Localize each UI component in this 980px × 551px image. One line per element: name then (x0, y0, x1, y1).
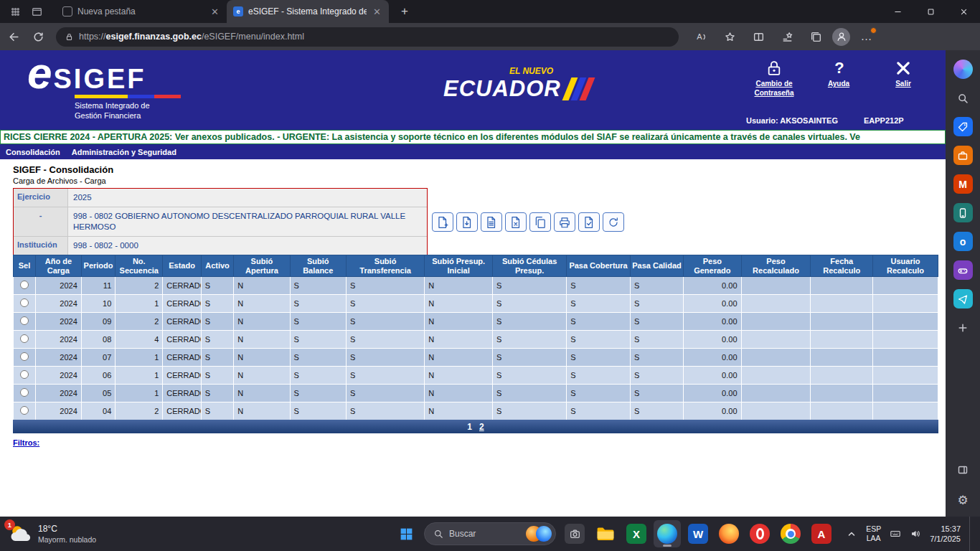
file-cancel-button[interactable] (505, 212, 527, 232)
drop-icon[interactable] (953, 289, 973, 309)
filters-link[interactable]: Filtros: (13, 438, 39, 447)
sidebar-panel-icon[interactable] (953, 460, 973, 479)
outlook-icon[interactable]: o (953, 232, 973, 251)
cell: CERRADO (163, 277, 202, 295)
row-select-radio[interactable] (20, 370, 29, 379)
tab-close-icon[interactable]: ✕ (372, 6, 382, 17)
cell (741, 402, 811, 420)
show-desktop-button[interactable] (969, 517, 973, 551)
row-select-radio[interactable] (20, 316, 29, 325)
split-screen-icon[interactable] (748, 26, 769, 47)
row-select-radio[interactable] (20, 298, 29, 307)
cell: S (201, 313, 233, 331)
reload-button[interactable] (27, 26, 49, 47)
language-indicator[interactable]: ESPLAA (866, 524, 881, 542)
column-header-no-secuencia: No. Secuencia (116, 255, 163, 277)
tab-esigef[interactable]: e eSIGEF - Sistema Integrado de G ✕ (227, 0, 389, 23)
help-button[interactable]: ?Ayuda (809, 59, 868, 98)
refresh-button[interactable] (603, 212, 624, 232)
close-window-button[interactable] (947, 0, 980, 23)
tab-close-icon[interactable]: ✕ (209, 6, 220, 17)
row-select-radio[interactable] (20, 352, 29, 361)
file-grid-button[interactable] (481, 212, 502, 232)
taskbar-search[interactable]: Buscar (424, 522, 556, 545)
add-favorite-icon[interactable] (719, 26, 740, 47)
cell: S (290, 402, 346, 420)
settings-more-button[interactable]: … (856, 26, 877, 47)
maximize-button[interactable] (914, 0, 947, 23)
row-select-radio[interactable] (20, 334, 29, 343)
cell: S (567, 349, 631, 367)
tray-overflow-icon[interactable] (846, 528, 857, 540)
games-icon[interactable] (953, 260, 973, 280)
column-header-sel: Sel (14, 255, 36, 277)
touch-keyboard-icon[interactable] (890, 528, 901, 540)
file-cancel-icon (509, 216, 522, 229)
cell: S (346, 402, 424, 420)
microsoft-365-icon[interactable]: M (953, 174, 973, 194)
read-aloud-icon[interactable]: A (690, 26, 712, 47)
file-copy-button[interactable] (529, 212, 551, 232)
copilot-icon[interactable] (953, 60, 973, 79)
collections-icon[interactable] (805, 26, 826, 47)
search-placeholder: Buscar (449, 529, 520, 539)
print-button[interactable] (554, 212, 575, 232)
el-nuevo-ecuador-logo: EL NUEVO ECUADOR (443, 66, 590, 102)
cell (741, 331, 811, 349)
exit-button[interactable]: Salir (874, 59, 933, 98)
new-tab-button[interactable]: + (396, 3, 413, 20)
change-password-button[interactable]: Cambio de Contraseña (745, 59, 804, 98)
cell (811, 349, 873, 367)
tab-actions-icon[interactable] (31, 6, 43, 18)
form-row: Institución998 - 0802 - 0000 (14, 237, 427, 255)
search-icon[interactable] (953, 88, 973, 108)
cell: S (290, 295, 346, 313)
taskbar-acrobat[interactable]: A (808, 520, 835, 547)
taskbar-excel[interactable]: X (623, 520, 650, 547)
weather-widget[interactable]: 1 18°C Mayorm. nublado (0, 522, 136, 545)
taskbar-file-explorer[interactable] (592, 520, 619, 547)
settings-icon[interactable]: ⚙ (953, 490, 973, 509)
taskbar-opera[interactable] (746, 520, 773, 547)
file-save-button[interactable] (456, 212, 478, 232)
row-select-radio[interactable] (20, 406, 29, 415)
add-icon[interactable] (953, 318, 973, 337)
taskbar-snipping[interactable] (561, 520, 588, 547)
clock[interactable]: 15:377/1/2025 (930, 524, 961, 545)
menu-item-administracion-y-seguridad[interactable]: Administración y Seguridad (72, 148, 176, 156)
taskbar-chrome[interactable] (777, 520, 804, 547)
lock-icon[interactable] (65, 32, 74, 42)
cell: S (630, 402, 683, 420)
exit-label: Salir (895, 80, 911, 89)
form-value: 998 - 0802 GOBIERNO AUTONOMO DESCENTRALI… (68, 207, 427, 236)
file-check-button[interactable] (578, 212, 600, 232)
row-select-radio[interactable] (20, 281, 29, 289)
column-header-peso-recalculado: Peso Recalculado (741, 255, 811, 277)
weather-condition-label: Mayorm. nublado (38, 535, 96, 545)
tools-icon[interactable] (953, 146, 973, 165)
menu-item-consolidacion[interactable]: Consolidación (6, 148, 60, 156)
page-link-2[interactable]: 2 (479, 422, 484, 432)
row-select-radio[interactable] (20, 388, 29, 397)
back-button[interactable] (3, 26, 24, 47)
cell: S (630, 385, 683, 402)
phone-link-icon[interactable] (953, 203, 973, 222)
taskbar-firefox[interactable] (715, 520, 743, 547)
taskbar-apps: XWA (561, 520, 835, 547)
address-bar[interactable]: https://esigef.finanzas.gob.ec/eSIGEF/me… (56, 27, 679, 47)
start-button[interactable] (393, 521, 419, 547)
cell: 0.00 (684, 402, 741, 420)
cell (811, 277, 873, 295)
announcement-marquee: RICES CIERRE 2024 - APERTURA 2025: Ver a… (0, 130, 946, 144)
tab-nueva-pestana[interactable]: Nueva pestaña ✕ (56, 0, 227, 23)
profile-avatar[interactable] (832, 28, 850, 46)
column-header-ano-de-carga: Año de Carga (35, 255, 81, 277)
file-new-button[interactable] (432, 212, 453, 232)
taskbar-word[interactable]: W (684, 520, 712, 547)
volume-icon[interactable] (910, 528, 921, 540)
minimize-button[interactable] (881, 0, 914, 23)
favorites-icon[interactable] (776, 26, 798, 47)
shopping-icon[interactable] (953, 117, 973, 136)
taskbar-edge[interactable] (654, 520, 681, 547)
workspaces-icon[interactable] (9, 6, 22, 18)
